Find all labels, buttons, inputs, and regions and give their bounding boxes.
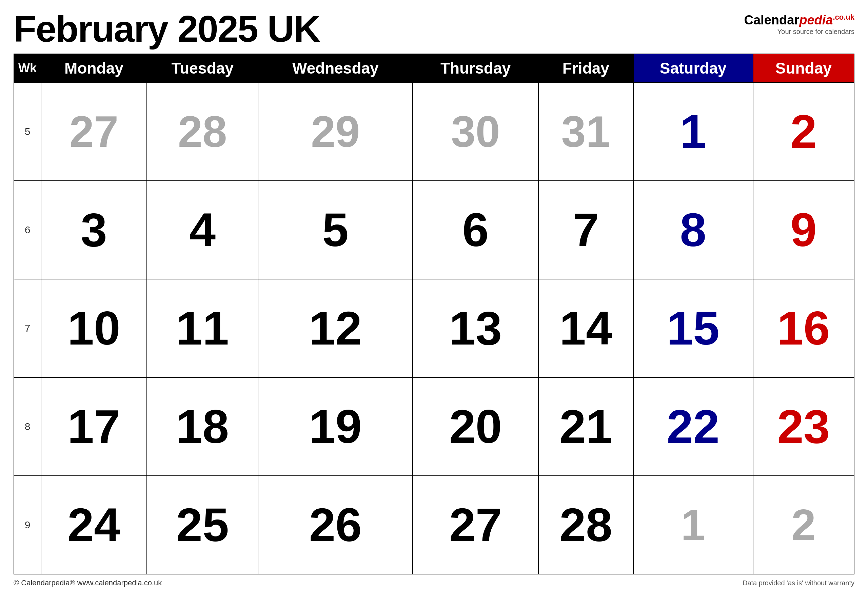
calendar-day[interactable]: 1 [633, 476, 753, 574]
calendar-header-row: Wk Monday Tuesday Wednesday Thursday Fri… [14, 54, 854, 82]
calendar-day[interactable]: 24 [41, 476, 147, 574]
calendar-day[interactable]: 25 [147, 476, 258, 574]
calendar-day[interactable]: 6 [412, 181, 538, 279]
tuesday-header: Tuesday [147, 54, 258, 82]
calendar-day[interactable]: 1 [633, 82, 753, 181]
calendar-table: Wk Monday Tuesday Wednesday Thursday Fri… [14, 54, 854, 574]
calendar-day[interactable]: 12 [258, 279, 412, 377]
calendar-week-row: 9242526272812 [14, 476, 854, 574]
logo-domain: .co.uk [833, 13, 854, 21]
calendar-day[interactable]: 5 [258, 181, 412, 279]
logo: Calendarpedia.co.uk Your source for cale… [744, 14, 854, 36]
calendar-day[interactable]: 27 [41, 82, 147, 181]
friday-header: Friday [538, 54, 633, 82]
logo-pedia: pedia [799, 13, 833, 27]
calendar-day[interactable]: 4 [147, 181, 258, 279]
footer-disclaimer: Data provided 'as is' without warranty [742, 579, 854, 587]
calendar-day[interactable]: 13 [412, 279, 538, 377]
footer: © Calendarpedia® www.calendarpedia.co.uk… [14, 579, 854, 587]
calendar-day[interactable]: 18 [147, 377, 258, 476]
calendar-day[interactable]: 20 [412, 377, 538, 476]
calendar-day[interactable]: 2 [753, 476, 854, 574]
calendar-day[interactable]: 28 [147, 82, 258, 181]
logo-tagline: Your source for calendars [778, 28, 854, 36]
calendar-day[interactable]: 19 [258, 377, 412, 476]
calendar-day[interactable]: 21 [538, 377, 633, 476]
calendar-day[interactable]: 30 [412, 82, 538, 181]
calendar-day[interactable]: 29 [258, 82, 412, 181]
calendar-day[interactable]: 14 [538, 279, 633, 377]
calendar-week-row: 5272829303112 [14, 82, 854, 181]
calendar-day[interactable]: 28 [538, 476, 633, 574]
logo-text: Calendarpedia.co.uk [744, 14, 854, 26]
page-title: February 2025 UK [14, 10, 320, 48]
footer-copyright: © Calendarpedia® www.calendarpedia.co.uk [14, 579, 162, 587]
calendar-day[interactable]: 11 [147, 279, 258, 377]
calendar-day[interactable]: 22 [633, 377, 753, 476]
calendar-week-row: 63456789 [14, 181, 854, 279]
calendar-day[interactable]: 2 [753, 82, 854, 181]
calendar-day[interactable]: 7 [538, 181, 633, 279]
calendar-day[interactable]: 3 [41, 181, 147, 279]
calendar-week-row: 710111213141516 [14, 279, 854, 377]
calendar-day[interactable]: 23 [753, 377, 854, 476]
calendar-day[interactable]: 16 [753, 279, 854, 377]
calendar-day[interactable]: 15 [633, 279, 753, 377]
saturday-header: Saturday [633, 54, 753, 82]
calendar-week-row: 817181920212223 [14, 377, 854, 476]
week-number: 7 [14, 279, 41, 377]
week-number: 8 [14, 377, 41, 476]
calendar-day[interactable]: 9 [753, 181, 854, 279]
wk-header: Wk [14, 54, 41, 82]
logo-brand: Calendar [744, 13, 800, 27]
calendar-day[interactable]: 17 [41, 377, 147, 476]
calendar-day[interactable]: 27 [412, 476, 538, 574]
calendar-body: 5272829303112634567897101112131415168171… [14, 82, 854, 574]
calendar-day[interactable]: 8 [633, 181, 753, 279]
calendar-day[interactable]: 26 [258, 476, 412, 574]
sunday-header: Sunday [753, 54, 854, 82]
monday-header: Monday [41, 54, 147, 82]
calendar-day[interactable]: 31 [538, 82, 633, 181]
calendar-day[interactable]: 10 [41, 279, 147, 377]
thursday-header: Thursday [412, 54, 538, 82]
page-header: February 2025 UK Calendarpedia.co.uk You… [14, 10, 854, 48]
wednesday-header: Wednesday [258, 54, 412, 82]
week-number: 6 [14, 181, 41, 279]
week-number: 5 [14, 82, 41, 181]
week-number: 9 [14, 476, 41, 574]
